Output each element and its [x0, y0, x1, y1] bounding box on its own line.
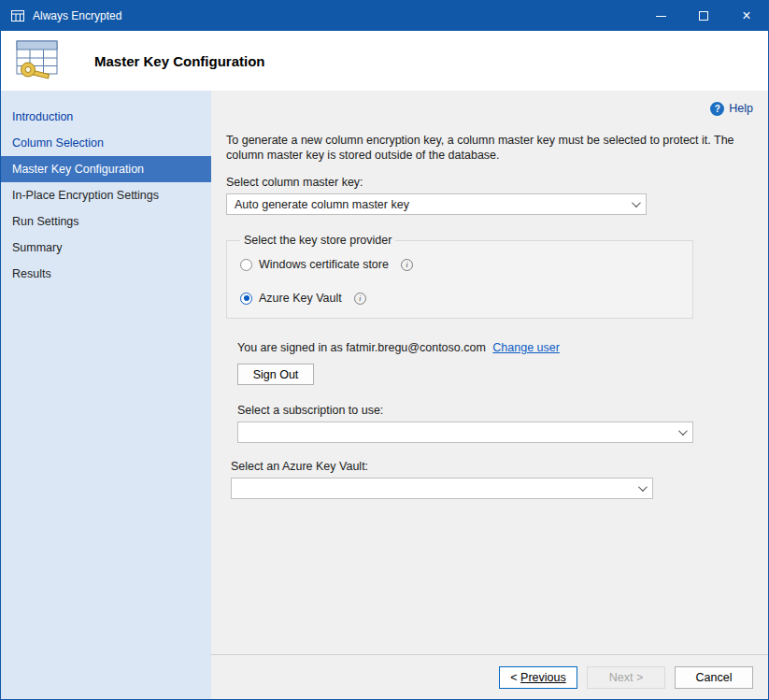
app-icon [10, 8, 25, 23]
previous-prefix: < [510, 671, 520, 684]
main: Introduction Column Selection Master Key… [1, 91, 768, 699]
key-vault-label: Select an Azure Key Vault: [231, 460, 753, 473]
info-icon[interactable] [401, 259, 413, 271]
sidebar-item-in-place-encryption-settings[interactable]: In-Place Encryption Settings [1, 182, 211, 208]
cancel-button[interactable]: Cancel [675, 666, 753, 689]
radio-windows-certificate-store[interactable]: Windows certificate store [240, 258, 683, 271]
window-title: Always Encrypted [33, 9, 121, 22]
signed-in-row: You are signed in as fatmir.bregu@contos… [237, 341, 753, 354]
table-key-icon [14, 36, 63, 85]
sidebar: Introduction Column Selection Master Key… [1, 91, 211, 699]
always-encrypted-window: Always Encrypted × Master Key Configurat… [0, 0, 769, 700]
sidebar-item-summary[interactable]: Summary [1, 235, 211, 261]
signed-in-text: You are signed in as fatmir.bregu@contos… [237, 341, 486, 354]
close-button[interactable]: × [725, 1, 768, 31]
sign-out-button[interactable]: Sign Out [237, 364, 314, 385]
close-icon: × [742, 8, 750, 23]
radio-azure-label: Azure Key Vault [259, 292, 342, 305]
caption-buttons: × [639, 1, 768, 31]
titlebar: Always Encrypted × [1, 1, 768, 31]
help-label: Help [729, 102, 753, 115]
help-icon: ? [710, 102, 724, 116]
master-key-dropdown[interactable]: Auto generate column master key [226, 193, 647, 215]
previous-label: Previous [520, 671, 566, 684]
next-button[interactable]: Next > [587, 666, 665, 689]
previous-button[interactable]: < Previous [499, 666, 577, 689]
sidebar-item-introduction[interactable]: Introduction [1, 104, 211, 130]
radio-selected-icon [240, 293, 252, 305]
key-store-group-label: Select the key store provider [240, 234, 395, 247]
footer: < Previous Next > Cancel [211, 654, 768, 699]
subscription-dropdown[interactable] [237, 421, 693, 443]
radio-azure-key-vault[interactable]: Azure Key Vault [240, 292, 683, 305]
radio-windows-label: Windows certificate store [259, 258, 389, 271]
help-button[interactable]: ? Help [226, 100, 753, 117]
wizard-header: Master Key Configuration [1, 31, 768, 91]
chevron-down-icon [678, 426, 688, 436]
sidebar-item-column-selection[interactable]: Column Selection [1, 130, 211, 156]
content-column: ? Help To generate a new column encrypti… [211, 91, 768, 699]
radio-unselected-icon [240, 259, 252, 271]
minimize-icon [656, 16, 666, 17]
sidebar-item-results[interactable]: Results [1, 261, 211, 287]
minimize-button[interactable] [639, 1, 682, 31]
chevron-down-icon [638, 482, 648, 492]
master-key-dropdown-value: Auto generate column master key [235, 198, 624, 211]
info-icon[interactable] [354, 293, 366, 305]
chevron-down-icon [632, 198, 641, 207]
subscription-label: Select a subscription to use: [237, 404, 753, 417]
sidebar-item-master-key-configuration[interactable]: Master Key Configuration [1, 156, 211, 182]
master-key-label: Select column master key: [226, 176, 753, 189]
key-vault-dropdown[interactable] [231, 478, 653, 499]
page-title: Master Key Configuration [94, 53, 265, 69]
maximize-button[interactable] [682, 1, 725, 31]
maximize-icon [699, 11, 708, 21]
intro-text: To generate a new column encryption key,… [226, 134, 753, 163]
change-user-link[interactable]: Change user [492, 341, 560, 354]
sidebar-item-run-settings[interactable]: Run Settings [1, 208, 211, 235]
key-store-groupbox: Select the key store provider Windows ce… [226, 234, 693, 319]
content: ? Help To generate a new column encrypti… [211, 91, 768, 654]
